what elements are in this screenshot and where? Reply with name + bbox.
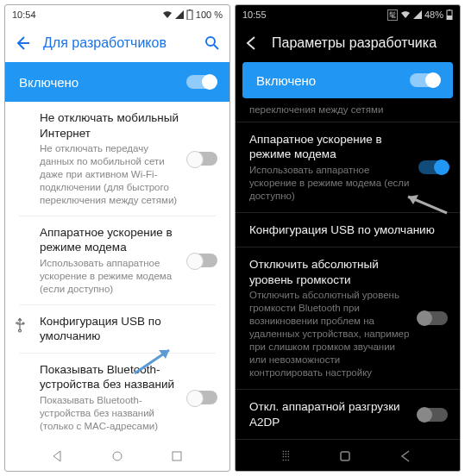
item-mobile-data[interactable]: Не отключать мобильный Интернет Не отклю…: [5, 102, 229, 216]
svg-rect-8: [341, 452, 349, 460]
nav-back-icon[interactable]: [51, 449, 65, 463]
item-title: Отключить абсолютный уровень громкости: [249, 257, 446, 287]
back-icon[interactable]: [14, 34, 31, 52]
battery-icon: [186, 9, 193, 20]
page-title: Для разработчиков: [43, 35, 192, 51]
svg-rect-7: [449, 9, 450, 10]
svg-point-2: [206, 37, 215, 46]
nav-home-icon[interactable]: [110, 449, 124, 463]
back-icon[interactable]: [244, 35, 260, 51]
status-bar: 10:54 100 %: [5, 5, 229, 24]
enabled-toggle[interactable]: [410, 73, 439, 87]
status-bar: 10:55 髦 48%: [236, 5, 460, 24]
item-usb-config[interactable]: Конфигурация USB по умолчанию: [5, 305, 229, 353]
battery-text: 48%: [424, 9, 443, 20]
item-cutoff: переключения между сетями: [236, 98, 460, 122]
item-title: Не отключать мобильный Интернет: [40, 110, 216, 141]
svg-point-3: [113, 452, 122, 460]
item-title: Аппаратное ускорение в режиме модема: [40, 225, 216, 255]
item-hw-tethering[interactable]: Аппаратное ускорение в режиме модема Исп…: [5, 216, 229, 304]
nav-bar: [5, 442, 229, 471]
item-avrcp[interactable]: Версия Bluetooth AVRCP AVRCP 1.4 (по умо…: [236, 440, 460, 442]
toggle[interactable]: [418, 160, 448, 174]
battery-text: 100 %: [196, 9, 223, 20]
svg-rect-6: [447, 16, 452, 20]
signal-icon: [413, 10, 422, 19]
item-abs-volume[interactable]: Отключить абсолютный уровень громкости О…: [236, 247, 460, 389]
nav-home-icon[interactable]: [337, 448, 353, 464]
status-time: 10:54: [12, 9, 36, 20]
nav-back-icon[interactable]: [399, 449, 413, 463]
phone-dark: 10:55 髦 48% Параметры разработчика Включ…: [235, 4, 461, 472]
item-hw-tethering[interactable]: Аппаратное ускорение в режиме модема Исп…: [236, 122, 460, 212]
toggle[interactable]: [188, 152, 217, 166]
app-bar: Параметры разработчика: [236, 24, 460, 62]
item-title: Аппаратное ускорение в режиме модема: [249, 132, 446, 162]
nav-recent-icon[interactable]: [170, 449, 184, 463]
item-title: Конфигурация USB по умолчанию: [40, 314, 216, 344]
item-usb-config[interactable]: Конфигурация USB по умолчанию: [236, 213, 460, 247]
svg-rect-0: [187, 10, 192, 20]
item-a2dp-offload[interactable]: Откл. аппаратной разгрузки A2DP: [236, 390, 460, 439]
usb-icon: [14, 317, 26, 333]
item-title: Конфигурация USB по умолчанию: [249, 222, 446, 238]
item-subtitle: Отключить абсолютный уровень громкости B…: [249, 289, 446, 379]
toggle[interactable]: [418, 311, 448, 325]
item-subtitle: Использовать аппаратное ускорение в режи…: [249, 164, 446, 203]
toggle[interactable]: [188, 254, 217, 267]
nav-recent-icon[interactable]: ⦙⦙⦙: [282, 448, 290, 464]
battery-icon: [446, 9, 453, 20]
item-bt-noname[interactable]: Показывать Bluetooth-устройства без назв…: [5, 354, 229, 442]
item-title: Показывать Bluetooth-устройства без назв…: [40, 362, 216, 392]
enabled-label: Включено: [19, 75, 79, 90]
toggle[interactable]: [418, 408, 448, 422]
nav-bar: ⦙⦙⦙: [236, 442, 460, 471]
wifi-icon: [162, 10, 173, 19]
app-bar: Для разработчиков: [5, 24, 229, 62]
settings-list[interactable]: Не отключать мобильный Интернет Не отклю…: [5, 102, 229, 442]
enabled-toggle[interactable]: [186, 75, 216, 89]
wifi-icon: [400, 10, 411, 19]
phone-light: 10:54 100 % Для разработчиков Включено Н…: [4, 4, 230, 472]
settings-list[interactable]: переключения между сетями Аппаратное уск…: [236, 98, 460, 442]
toggle[interactable]: [188, 391, 217, 404]
enabled-bar[interactable]: Включено: [5, 62, 229, 102]
svg-rect-4: [173, 452, 181, 460]
search-icon[interactable]: [204, 34, 221, 52]
page-title: Параметры разработчика: [272, 35, 451, 51]
enabled-bar[interactable]: Включено: [242, 62, 453, 98]
enabled-label: Включено: [256, 73, 316, 88]
signal-icon: [175, 10, 184, 19]
svg-rect-1: [189, 9, 191, 10]
status-time: 10:55: [242, 9, 267, 20]
volte-icon: 髦: [387, 9, 398, 21]
